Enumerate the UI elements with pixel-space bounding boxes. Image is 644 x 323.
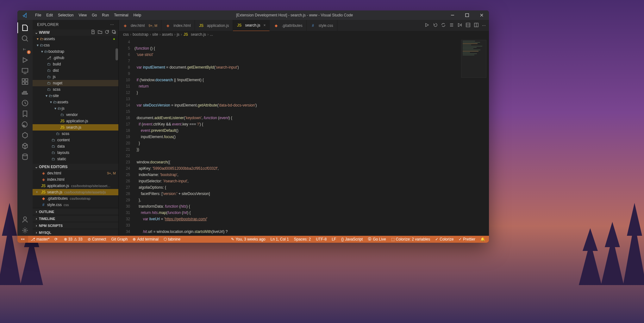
tree-layouts[interactable]: 🗀layouts <box>33 149 118 156</box>
breadcrumb-search-js[interactable]: search.js <box>191 32 206 37</box>
section-npm-scripts[interactable]: ›NPM SCRIPTS <box>33 222 118 229</box>
minimize-button[interactable] <box>445 10 460 20</box>
tree-js[interactable]: 🗀js <box>33 74 118 80</box>
tree-css[interactable]: ▾ 🗁css <box>33 42 118 48</box>
close-button[interactable] <box>474 10 489 20</box>
new-folder-icon[interactable] <box>97 29 103 35</box>
tree-site[interactable]: ▾ 🗁site <box>33 93 118 99</box>
breadcrumb--[interactable]: ... <box>210 32 213 37</box>
status-tabnine[interactable]: ⬡tabnine <box>161 237 183 241</box>
tree-bootstrap[interactable]: ▾ 🗁bootstrap <box>33 48 118 55</box>
database-icon[interactable] <box>17 151 33 162</box>
tree--github[interactable]: ⎇.github <box>33 55 118 61</box>
bookmark-icon[interactable] <box>17 108 33 119</box>
breadcrumb-bootstrap[interactable]: bootstrap <box>133 32 148 37</box>
tree-application-js[interactable]: JSapplication.js <box>33 118 118 124</box>
tab-dev-html[interactable]: ◈dev.html9+, M <box>119 20 161 31</box>
status-problems[interactable]: ⊗ 33⚠ 33 <box>61 237 85 241</box>
explorer-icon[interactable] <box>17 22 33 33</box>
remote-explorer-icon[interactable] <box>17 65 33 76</box>
close-tab-icon[interactable]: × <box>263 23 266 27</box>
tree--eslintrc-json[interactable]: {}.eslintrc.json <box>33 162 118 164</box>
extensions-icon[interactable] <box>17 76 33 87</box>
tree-static[interactable]: 🗀static <box>33 156 118 162</box>
tree-content[interactable]: 🗀content <box>33 137 118 143</box>
status-cursor[interactable]: Ln 1, Col 1 <box>268 237 291 241</box>
split-right-icon[interactable] <box>474 22 479 28</box>
loop-icon[interactable] <box>441 22 446 28</box>
section-outline[interactable]: ›OUTLINE <box>33 208 118 215</box>
section-mysql[interactable]: ›MYSQL <box>33 229 118 236</box>
menu-help[interactable]: Help <box>131 10 144 20</box>
test-icon[interactable] <box>17 98 33 108</box>
step-back-icon[interactable] <box>433 22 438 28</box>
status-prettier[interactable]: ✓Prettier <box>456 237 478 241</box>
menu-terminal[interactable]: Terminal <box>111 10 131 20</box>
remote-indicator[interactable] <box>17 236 28 243</box>
tab-index-html[interactable]: ◈index.html <box>161 20 195 31</box>
search-icon[interactable] <box>17 33 33 44</box>
open-editor-dev-html[interactable]: ◈dev.html9+, M <box>33 170 118 176</box>
status-eol[interactable]: LF <box>329 237 339 241</box>
menu-view[interactable]: View <box>76 10 89 20</box>
explorer-more-icon[interactable]: ⋯ <box>110 22 114 27</box>
open-editor--gitattributes[interactable]: ◆.gitattributescss/bootstrap <box>33 195 118 202</box>
tab-application-js[interactable]: JSapplication.js <box>195 20 233 31</box>
tree-build[interactable]: 🗀build <box>33 61 118 67</box>
open-editor-style-css[interactable]: #style.csscss <box>33 202 118 208</box>
compare-icon[interactable] <box>449 22 454 28</box>
hex-icon[interactable] <box>17 130 33 141</box>
breadcrumb-site[interactable]: site <box>152 32 158 37</box>
tree-search-js[interactable]: JSsearch.js <box>33 124 118 131</box>
run-icon[interactable] <box>424 22 429 28</box>
more-icon[interactable]: ⋯ <box>482 23 486 28</box>
tree-assets[interactable]: ▾ 🗁assets <box>33 99 118 105</box>
refresh-icon[interactable] <box>104 29 109 35</box>
status-colorize2[interactable]: ✓Colorize <box>433 237 456 241</box>
docker-icon[interactable] <box>17 87 33 98</box>
status-addterm[interactable]: ⊕Add terminal <box>130 237 161 241</box>
section-timeline[interactable]: ›TIMELINE <box>33 215 118 222</box>
breadcrumb-js[interactable]: js <box>177 32 179 37</box>
status-gitgraph[interactable]: Git Graph <box>109 237 130 241</box>
status-connect[interactable]: ⊘Connect <box>85 237 109 241</box>
open-editor-application-js[interactable]: JSapplication.jscss/bootstrap/site/asset… <box>33 183 118 189</box>
status-golive[interactable]: ⦿Go Live <box>365 237 388 241</box>
tree-assets[interactable]: ▾ 🗁assets● <box>33 36 118 42</box>
tree-js[interactable]: ▾ 🗁js <box>33 105 118 112</box>
maximize-button[interactable] <box>460 10 474 20</box>
github-icon[interactable] <box>17 119 33 130</box>
tab-search-js[interactable]: JSsearch.js× <box>233 20 270 31</box>
menu-file[interactable]: File <box>33 10 44 20</box>
status-spaces[interactable]: Spaces: 2 <box>291 237 313 241</box>
menu-selection[interactable]: Selection <box>55 10 76 20</box>
tree-scss[interactable]: 🗀scss <box>33 86 118 93</box>
tree-vendor[interactable]: 🗀vendor <box>33 112 118 118</box>
open-editor-index-html[interactable]: ◈index.html <box>33 176 118 183</box>
tab--gitattributes[interactable]: ◆.gitattributes <box>270 20 306 31</box>
status-branch[interactable]: ⎇master* <box>28 237 52 241</box>
tab-style-css[interactable]: #style.css <box>307 20 337 31</box>
menu-run[interactable]: Run <box>99 10 111 20</box>
status-sync[interactable]: ⟳ <box>52 237 61 241</box>
status-colorize[interactable]: ⬚Colorize: 2 variables <box>389 237 433 241</box>
run-at-icon[interactable] <box>457 22 462 28</box>
minimap[interactable] <box>461 40 486 78</box>
menu-edit[interactable]: Edit <box>44 10 55 20</box>
breadcrumb[interactable]: css›bootstrap›site›assets›js›JSsearch.js… <box>119 31 489 38</box>
tree-scss[interactable]: 🗀scss <box>33 131 118 137</box>
tree-nuget[interactable]: 🗀nuget <box>33 80 118 86</box>
collapse-all-icon[interactable] <box>111 29 116 35</box>
status-lang[interactable]: {}JavaScript <box>339 237 365 241</box>
close-editor-icon[interactable]: × <box>36 190 41 194</box>
tree-dist[interactable]: 🗀dist <box>33 67 118 74</box>
settings-icon[interactable] <box>17 225 33 236</box>
source-control-icon[interactable]: 8 <box>17 44 33 55</box>
open-editor-search-js[interactable]: ×JSsearch.jscss/bootstrap/site/assets/js <box>33 189 118 195</box>
workspace-section-header[interactable]: ⌄WWW <box>33 29 118 36</box>
status-encoding[interactable]: UTF-8 <box>313 237 329 241</box>
tree-data[interactable]: 🗀data <box>33 143 118 149</box>
open-editors-header[interactable]: ⌄OPEN EDITORS <box>33 164 118 170</box>
menu-go[interactable]: Go <box>89 10 99 20</box>
status-blame[interactable]: ✎You, 3 weeks ago <box>228 237 268 241</box>
